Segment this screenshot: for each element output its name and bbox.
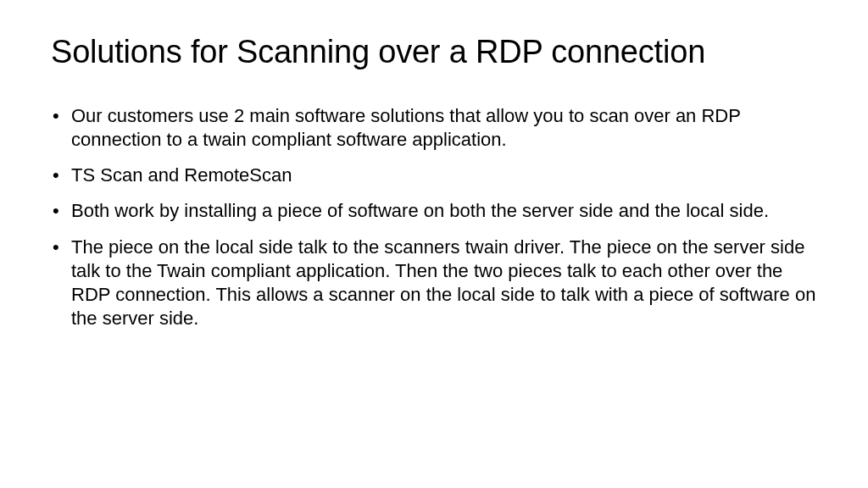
list-item: TS Scan and RemoteScan — [51, 164, 817, 187]
list-item: Both work by installing a piece of softw… — [51, 199, 817, 223]
slide: Solutions for Scanning over a RDP connec… — [0, 0, 868, 488]
bullet-list: Our customers use 2 main software soluti… — [51, 104, 817, 330]
list-item: Our customers use 2 main software soluti… — [51, 104, 817, 152]
slide-title: Solutions for Scanning over a RDP connec… — [51, 34, 817, 70]
list-item: The piece on the local side talk to the … — [51, 236, 817, 331]
